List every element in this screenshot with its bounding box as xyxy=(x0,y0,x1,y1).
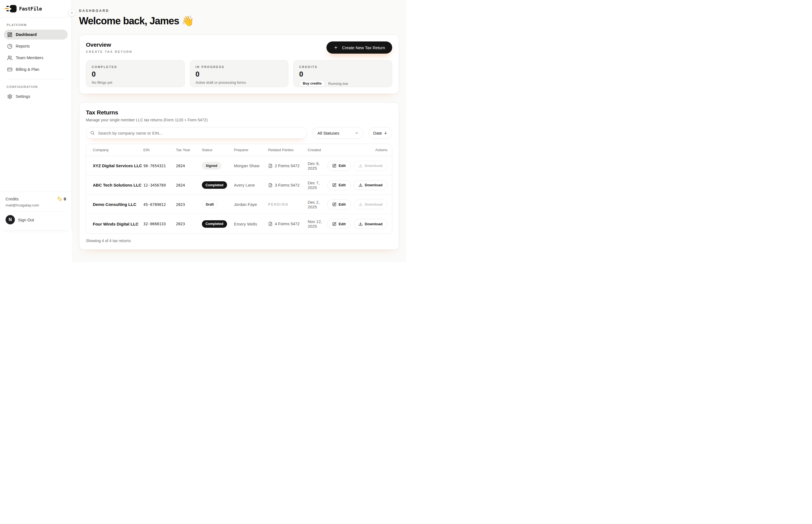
file-text-icon xyxy=(268,183,273,187)
sidebar-item-team-members[interactable]: Team Members xyxy=(4,53,68,63)
gear-icon xyxy=(7,94,13,99)
page-title: Welcome back, James 👋 xyxy=(79,15,399,27)
pie-chart-icon xyxy=(7,44,13,49)
square-pen-icon xyxy=(332,202,336,207)
file-text-icon xyxy=(268,222,273,226)
tax-returns-subtitle: Manage your single member LLC tax return… xyxy=(86,118,392,122)
cell-status: Completed xyxy=(202,181,234,189)
square-pen-icon xyxy=(332,164,336,168)
square-pen-icon xyxy=(332,222,336,226)
status-filter-select[interactable]: All Statuses xyxy=(312,127,363,139)
tax-returns-card: Tax Returns Manage your single member LL… xyxy=(79,102,399,250)
column-header: Preparer xyxy=(234,148,268,152)
credits-warning: Running low xyxy=(328,82,348,86)
download-label: Download xyxy=(365,202,383,207)
users-icon xyxy=(7,55,13,61)
plus-icon xyxy=(334,45,338,50)
create-new-tax-return-button[interactable]: Create New Tax Return xyxy=(326,42,392,54)
credits-label: Credits xyxy=(5,197,19,201)
coins-icon xyxy=(57,197,62,201)
cell-actions: Edit Download xyxy=(327,161,388,171)
stat-card-completed: COMPLETED 0 No filings yet xyxy=(86,60,185,87)
table-footer-count: Showing 4 of 4 tax returns xyxy=(86,239,392,243)
sidebar-item-label: Settings xyxy=(16,94,30,99)
buy-credits-button[interactable]: Buy credits xyxy=(299,80,325,87)
cell-related-parties: 3 Forms 5472 xyxy=(268,183,308,187)
cell-company: Four Winds Digital LLC xyxy=(93,222,143,226)
cell-preparer: Avery Lane xyxy=(234,183,268,187)
table-row: Four Winds Digital LLC 32-0668133 2023 C… xyxy=(86,214,392,233)
sign-out-label: Sign Out xyxy=(18,217,34,222)
column-header: Created xyxy=(308,148,375,152)
download-label: Download xyxy=(365,183,383,187)
cell-tax-year: 2024 xyxy=(176,183,202,187)
related-parties-label: PENDING xyxy=(268,202,289,207)
stat-note: No filings yet xyxy=(92,80,179,85)
stat-value: 0 xyxy=(92,70,179,79)
edit-label: Edit xyxy=(339,164,346,168)
nav-section-platform: PLATFORM xyxy=(6,23,65,27)
cell-ein: 98-7654321 xyxy=(143,164,176,168)
sidebar-item-settings[interactable]: Settings xyxy=(4,92,68,101)
related-parties-label: 2 Forms 5472 xyxy=(275,164,299,168)
cell-related-parties: PENDING xyxy=(268,202,308,207)
chevron-down-icon xyxy=(355,131,359,135)
sidebar: FastFile PLATFORM Dashboard Reports Team… xyxy=(0,0,72,230)
sidebar-item-billing-plan[interactable]: Billing & Plan xyxy=(4,64,68,74)
cell-created: Dec 7, 2025 xyxy=(308,180,327,190)
cell-related-parties: 2 Forms 5472 xyxy=(268,164,308,168)
edit-button[interactable]: Edit xyxy=(327,161,351,171)
search-icon xyxy=(90,130,95,135)
cell-actions: Edit Download xyxy=(327,219,388,229)
search-input[interactable] xyxy=(86,127,307,139)
related-parties-label: 3 Forms 5472 xyxy=(275,183,299,187)
cell-tax-year: 2023 xyxy=(176,222,202,226)
sort-by-date-button[interactable]: Date xyxy=(369,127,392,139)
edit-button[interactable]: Edit xyxy=(327,180,351,190)
cell-company: Demo Consulting LLC xyxy=(93,202,143,207)
status-badge: Draft xyxy=(202,201,218,208)
sidebar-nav: PLATFORM Dashboard Reports Team Members … xyxy=(0,23,71,101)
column-header: Company xyxy=(93,148,143,152)
edit-label: Edit xyxy=(339,202,346,207)
avatar: N xyxy=(5,215,15,225)
cell-created: Dec 2, 2025 xyxy=(308,200,327,209)
overview-title: Overview xyxy=(86,42,133,48)
download-icon xyxy=(358,202,362,207)
sidebar-item-label: Reports xyxy=(16,44,30,48)
edit-button[interactable]: Edit xyxy=(327,219,351,229)
edit-button[interactable]: Edit xyxy=(327,199,351,210)
download-label: Download xyxy=(365,164,383,168)
sign-out-button[interactable]: N Sign Out xyxy=(5,215,66,225)
stat-label: COMPLETED xyxy=(92,65,179,68)
download-button[interactable]: Download xyxy=(354,180,388,190)
stat-card-in-progress: IN PROGRESS 0 Active draft or processing… xyxy=(190,60,289,87)
cell-ein: 32-0668133 xyxy=(143,222,176,226)
fastfile-logo-icon xyxy=(5,5,17,13)
cell-related-parties: 4 Forms 5472 xyxy=(268,222,308,226)
cell-created: Dec 9, 2025 xyxy=(308,161,327,170)
edit-label: Edit xyxy=(339,183,346,187)
download-label: Download xyxy=(365,222,383,226)
table-row: Demo Consulting LLC 45-6789012 2023 Draf… xyxy=(86,195,392,214)
sidebar-item-dashboard[interactable]: Dashboard xyxy=(4,30,68,39)
download-button[interactable]: Download xyxy=(354,219,388,229)
cell-actions: Edit Download xyxy=(327,180,388,190)
app-logo: FastFile xyxy=(5,5,42,13)
table-row: ABC Tech Solutions LLC 12-3456789 2024 C… xyxy=(86,176,392,195)
cell-status: Signed xyxy=(202,162,234,169)
sidebar-item-reports[interactable]: Reports xyxy=(4,41,68,51)
sidebar-item-label: Billing & Plan xyxy=(16,67,39,71)
square-pen-icon xyxy=(332,183,336,187)
cell-status: Draft xyxy=(202,201,234,208)
table-controls: All Statuses Date xyxy=(86,127,392,139)
stat-value: 0 xyxy=(299,70,386,79)
arrow-down-icon xyxy=(384,131,388,135)
download-button: Download xyxy=(354,199,388,210)
sidebar-collapse-button[interactable] xyxy=(68,10,75,16)
sidebar-divider xyxy=(6,79,65,79)
wave-emoji: 👋 xyxy=(182,15,194,27)
download-icon xyxy=(358,183,362,187)
credits-value: 0 xyxy=(64,197,66,201)
cell-tax-year: 2024 xyxy=(176,164,202,168)
